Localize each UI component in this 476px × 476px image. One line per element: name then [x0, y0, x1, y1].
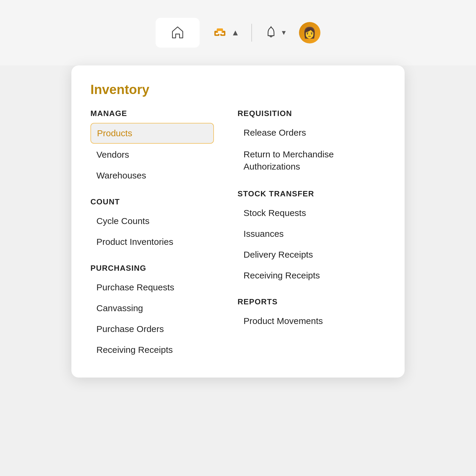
- notification-button[interactable]: ▼: [264, 26, 287, 40]
- svg-rect-4: [216, 33, 218, 35]
- dropdown-columns: MANAGE Products Vendors Warehouses COUNT…: [90, 109, 386, 361]
- bell-chevron-icon: ▼: [281, 29, 287, 37]
- inventory-nav-button[interactable]: ▲: [212, 24, 239, 41]
- menu-item-stock-requests[interactable]: Stock Requests: [238, 203, 386, 223]
- avatar-image: 👩: [303, 26, 316, 39]
- nav-section-left: [156, 18, 200, 48]
- menu-item-product-movements[interactable]: Product Movements: [238, 311, 386, 331]
- topbar-inner: ▲ ▼ 👩: [156, 18, 320, 48]
- home-icon-wrap[interactable]: [170, 25, 185, 40]
- section-label-purchasing: PURCHASING: [90, 264, 214, 273]
- menu-item-products[interactable]: Products: [90, 123, 214, 144]
- inventory-dropdown: Inventory MANAGE Products Vendors Wareho…: [71, 65, 405, 378]
- left-column: MANAGE Products Vendors Warehouses COUNT…: [90, 109, 214, 361]
- right-column: REQUISITION Release Orders Return to Mer…: [238, 109, 386, 361]
- section-label-requisition: REQUISITION: [238, 109, 386, 118]
- menu-item-delivery-receipts[interactable]: Delivery Receipts: [238, 245, 386, 264]
- menu-item-warehouses[interactable]: Warehouses: [90, 166, 214, 185]
- menu-item-release-orders[interactable]: Release Orders: [238, 123, 386, 143]
- nav-divider: [251, 24, 252, 42]
- menu-item-receiving-receipts-left[interactable]: Receiving Receipts: [90, 340, 214, 360]
- menu-item-return-merchandise[interactable]: Return to Merchandise Authorizations: [238, 144, 386, 177]
- section-label-count: COUNT: [90, 197, 214, 206]
- chevron-down-icon: ▲: [231, 28, 239, 37]
- topbar: ▲ ▼ 👩: [0, 0, 476, 65]
- menu-item-purchase-orders[interactable]: Purchase Orders: [90, 319, 214, 339]
- avatar[interactable]: 👩: [299, 22, 320, 43]
- bell-icon: [264, 26, 278, 40]
- menu-item-purchase-requests[interactable]: Purchase Requests: [90, 278, 214, 297]
- menu-item-issuances[interactable]: Issuances: [238, 224, 386, 244]
- menu-item-receiving-receipts-right[interactable]: Receiving Receipts: [238, 266, 386, 285]
- menu-item-canvassing[interactable]: Canvassing: [90, 298, 214, 318]
- section-label-manage: MANAGE: [90, 109, 214, 118]
- warehouse-icon: [212, 24, 228, 41]
- menu-item-product-inventories[interactable]: Product Inventories: [90, 232, 214, 252]
- svg-rect-5: [222, 33, 224, 35]
- section-label-stock-transfer: STOCK TRANSFER: [238, 189, 386, 198]
- menu-item-cycle-counts[interactable]: Cycle Counts: [90, 211, 214, 231]
- dropdown-title: Inventory: [90, 82, 386, 97]
- svg-rect-3: [218, 31, 222, 34]
- section-label-reports: REPORTS: [238, 297, 386, 306]
- home-icon: [170, 25, 185, 40]
- menu-item-vendors[interactable]: Vendors: [90, 145, 214, 165]
